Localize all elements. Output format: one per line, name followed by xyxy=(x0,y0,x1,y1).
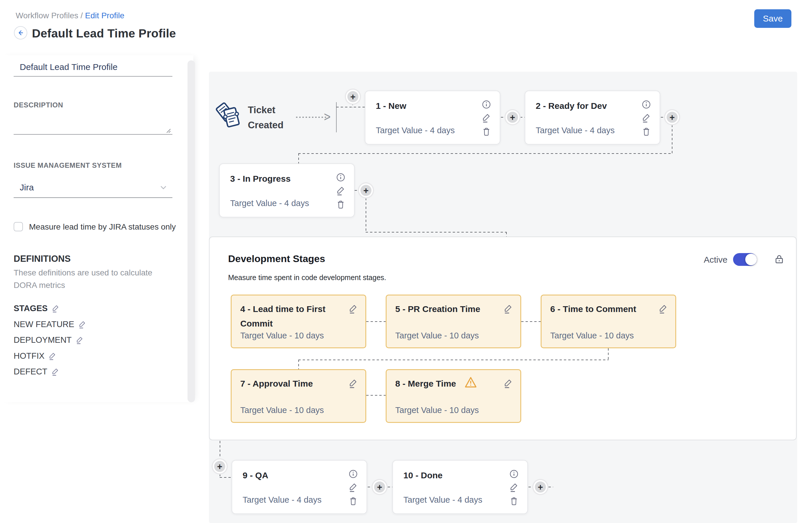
category-row-new-feature: NEW FEATURE xyxy=(14,320,86,329)
save-button[interactable]: Save xyxy=(754,9,791,28)
connector-dashed xyxy=(528,487,533,487)
connector-dashed xyxy=(520,117,525,118)
category-label: DEFECT xyxy=(14,367,47,376)
edit-icon[interactable] xyxy=(642,113,651,123)
workflow-node-9-qa: 9 - QA Target Value - 4 days xyxy=(232,460,367,514)
connector-dashed xyxy=(608,348,609,360)
page-title: Default Lead Time Profile xyxy=(32,27,176,40)
stage-title: 6 - Time to Comment xyxy=(550,302,636,317)
stage-title: 7 - Approval Time xyxy=(240,376,313,391)
category-row-deployment: DEPLOYMENT xyxy=(14,335,84,345)
edit-icon[interactable] xyxy=(504,304,513,314)
connector-dashed xyxy=(298,360,609,360)
node-target-value: Target Value - 4 days xyxy=(376,126,455,135)
dev-stage-4-lead-time-to-first-commit: 4 - Lead time to First Commit Target Val… xyxy=(231,294,366,348)
edit-icon[interactable] xyxy=(482,113,491,123)
textarea-resize-handle[interactable] xyxy=(164,126,172,134)
trash-icon[interactable] xyxy=(482,127,491,137)
info-icon[interactable] xyxy=(642,100,651,109)
stage-target-value: Target Value - 10 days xyxy=(395,405,479,415)
toggle-knob xyxy=(745,254,757,265)
dev-stage-8-merge-time: 8 - Merge Time Target Value - 10 days xyxy=(386,369,521,423)
connector-dashed xyxy=(220,477,232,478)
edit-icon[interactable] xyxy=(348,304,358,314)
breadcrumb-current-link[interactable]: Edit Profile xyxy=(85,11,124,20)
add-stage-button[interactable]: + xyxy=(506,110,520,124)
dev-stage-7-approval-time: 7 - Approval Time Target Value - 10 days xyxy=(231,369,366,423)
info-icon[interactable] xyxy=(482,100,491,109)
node-title: 3 - In Progress xyxy=(230,174,290,184)
breadcrumb: Workflow Profiles / Edit Profile xyxy=(16,11,125,20)
info-icon[interactable] xyxy=(336,173,345,182)
stage-target-value: Target Value - 10 days xyxy=(240,331,324,340)
connector-dashed xyxy=(336,107,365,107)
stage-title: 8 - Merge Time xyxy=(395,376,456,391)
trash-icon[interactable] xyxy=(642,127,651,137)
start-arrowhead-icon: > xyxy=(324,109,330,125)
node-target-value: Target Value - 4 days xyxy=(242,495,322,505)
breadcrumb-separator: / xyxy=(81,11,85,20)
edit-new-feature-icon[interactable] xyxy=(78,320,86,328)
trash-icon[interactable] xyxy=(509,497,519,506)
active-toggle[interactable] xyxy=(733,253,757,266)
plus-icon: + xyxy=(217,462,222,471)
back-button[interactable] xyxy=(14,26,27,39)
edit-icon[interactable] xyxy=(348,378,358,388)
trash-icon[interactable] xyxy=(336,200,345,209)
workflow-node-10-done: 10 - Done Target Value - 4 days xyxy=(392,460,528,514)
dev-stage-6-time-to-comment: 6 - Time to Comment Target Value - 10 da… xyxy=(541,294,676,348)
start-arrow-line xyxy=(296,117,326,118)
info-icon[interactable] xyxy=(509,469,519,479)
description-textarea[interactable] xyxy=(14,110,173,135)
connector-dashed xyxy=(366,395,386,396)
connector-dashed xyxy=(298,153,672,154)
plus-icon: + xyxy=(538,483,543,492)
edit-defect-icon[interactable] xyxy=(51,367,59,376)
info-icon[interactable] xyxy=(348,469,358,479)
profile-name-input[interactable] xyxy=(14,58,173,77)
add-stage-button[interactable]: + xyxy=(346,90,360,104)
add-stage-button[interactable]: + xyxy=(665,110,679,124)
add-stage-button[interactable]: + xyxy=(534,480,547,494)
edit-stages-icon[interactable] xyxy=(52,304,59,312)
stage-target-value: Target Value - 10 days xyxy=(550,331,634,340)
jira-statuses-checkbox[interactable] xyxy=(14,222,23,231)
add-stage-button[interactable]: + xyxy=(213,459,227,473)
sidebar-scrollbar[interactable] xyxy=(187,60,195,402)
stage-target-value: Target Value - 10 days xyxy=(395,331,479,340)
ims-select[interactable]: Jira xyxy=(14,178,173,198)
edit-icon[interactable] xyxy=(658,304,668,314)
connector-dashed xyxy=(366,232,507,233)
connector-dashed xyxy=(298,360,299,369)
category-label: HOTFIX xyxy=(14,351,44,361)
category-label: DEPLOYMENT xyxy=(14,335,72,345)
workflow-node-3-in-progress: 3 - In Progress Target Value - 4 days xyxy=(219,163,355,217)
ims-label: ISSUE MANAGEMENT SYSTEM xyxy=(14,161,122,169)
trash-icon[interactable] xyxy=(348,497,358,506)
connector-dashed xyxy=(521,321,541,322)
plus-icon: + xyxy=(669,113,675,122)
add-stage-button[interactable]: + xyxy=(373,480,386,494)
lock-icon[interactable] xyxy=(774,254,785,265)
edit-deployment-icon[interactable] xyxy=(76,336,84,344)
stage-title: 5 - PR Creation Time xyxy=(395,302,480,317)
edit-icon[interactable] xyxy=(509,482,519,492)
definitions-description: These definitions are used to calculate … xyxy=(14,267,165,291)
add-stage-button[interactable]: + xyxy=(359,183,373,197)
connector-dashed xyxy=(506,232,507,237)
ticket-icon xyxy=(215,101,242,129)
category-row-hotfix: HOTFIX xyxy=(14,351,56,361)
connector-dashed xyxy=(366,198,366,232)
edit-hotfix-icon[interactable] xyxy=(49,352,56,360)
breadcrumb-root-link[interactable]: Workflow Profiles xyxy=(16,11,78,20)
edit-icon[interactable] xyxy=(336,185,345,196)
edit-icon[interactable] xyxy=(504,378,513,388)
edit-icon[interactable] xyxy=(348,482,358,492)
connector-dashed xyxy=(672,125,672,153)
connector-dashed xyxy=(501,117,506,118)
stages-label: STAGES xyxy=(14,304,48,313)
ims-selected-value: Jira xyxy=(20,183,34,193)
connector-dashed xyxy=(298,153,299,163)
dev-stage-5-pr-creation-time: 5 - PR Creation Time Target Value - 10 d… xyxy=(386,294,521,348)
plus-icon: + xyxy=(350,92,356,101)
